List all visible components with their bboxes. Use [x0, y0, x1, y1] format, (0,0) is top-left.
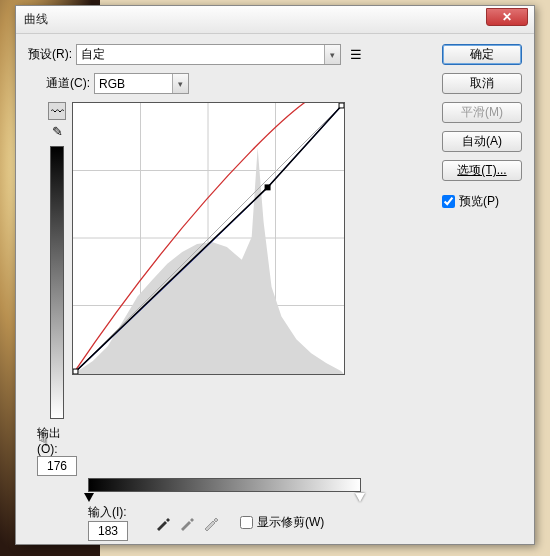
- channel-value: RGB: [99, 77, 125, 91]
- output-field[interactable]: [37, 456, 77, 476]
- preview-label: 预览(P): [459, 193, 499, 210]
- show-clipping-label: 显示修剪(W): [257, 514, 324, 531]
- preset-dropdown[interactable]: 自定 ▾: [76, 44, 341, 65]
- options-button[interactable]: 选项(T)...: [442, 160, 522, 181]
- auto-button[interactable]: 自动(A): [442, 131, 522, 152]
- channel-dropdown[interactable]: RGB ▾: [94, 73, 189, 94]
- close-icon: ✕: [502, 10, 512, 24]
- white-point-slider[interactable]: [355, 493, 365, 502]
- channel-label: 通道(C):: [46, 75, 90, 92]
- preset-label: 预设(R):: [28, 46, 72, 63]
- black-eyedropper-icon[interactable]: [154, 514, 172, 532]
- show-clipping-checkbox[interactable]: [240, 516, 253, 529]
- smooth-button: 平滑(M): [442, 102, 522, 123]
- curve-control-point: [265, 184, 271, 190]
- preset-value: 自定: [81, 46, 105, 63]
- white-eyedropper-icon[interactable]: [202, 514, 220, 532]
- chevron-down-icon: ▾: [172, 74, 188, 93]
- svg-rect-8: [73, 369, 78, 374]
- histogram: [73, 103, 344, 374]
- gray-eyedropper-icon[interactable]: [178, 514, 196, 532]
- ok-button[interactable]: 确定: [442, 44, 522, 65]
- preview-checkbox[interactable]: [442, 195, 455, 208]
- input-label: 输入(I):: [88, 504, 127, 521]
- svg-rect-9: [339, 103, 344, 108]
- close-button[interactable]: ✕: [486, 8, 528, 26]
- output-gradient: [50, 146, 64, 419]
- curve-point-tool[interactable]: 〰: [48, 102, 66, 120]
- cancel-button[interactable]: 取消: [442, 73, 522, 94]
- titlebar[interactable]: 曲线 ✕: [16, 6, 534, 34]
- titlebar-text: 曲线: [24, 11, 48, 28]
- input-field[interactable]: [88, 521, 128, 541]
- input-gradient[interactable]: [88, 478, 361, 492]
- curve-graph[interactable]: [72, 102, 345, 375]
- black-point-slider[interactable]: [84, 493, 94, 502]
- chevron-down-icon: ▾: [324, 45, 340, 64]
- hand-tool-icon[interactable]: ☟: [38, 429, 49, 451]
- curves-dialog: 曲线 ✕ 预设(R): 自定 ▾ ☰ 通道(C): RGB ▾ 确定 取消 平: [15, 5, 535, 545]
- preset-menu-icon[interactable]: ☰: [347, 46, 365, 64]
- curve-pencil-tool[interactable]: ✎: [48, 122, 66, 140]
